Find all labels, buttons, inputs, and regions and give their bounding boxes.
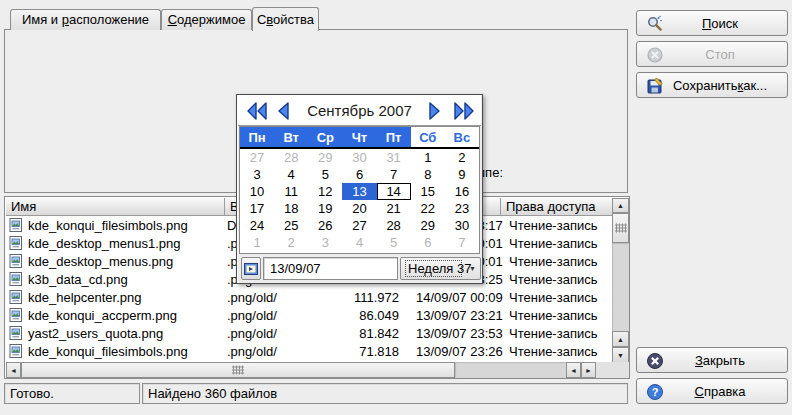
calendar-day[interactable]: 29 (308, 149, 342, 166)
calendar-day[interactable]: 28 (274, 149, 308, 166)
file-permissions: Чтение-запись (501, 326, 612, 341)
scroll-down-icon[interactable]: ▼ (612, 347, 629, 363)
calendar-day[interactable]: 24 (240, 217, 274, 234)
table-row[interactable]: kde_konqui_accperm.png .png/old/ 86.049 … (6, 306, 612, 324)
previous-month-button[interactable] (273, 99, 293, 122)
calendar-day[interactable]: 2 (445, 149, 479, 166)
calendar-day[interactable]: 15 (411, 183, 445, 200)
calendar-day[interactable]: 18 (274, 200, 308, 217)
previous-year-button[interactable] (243, 99, 271, 122)
image-file-icon (9, 254, 23, 268)
calendar-day[interactable]: 20 (342, 200, 376, 217)
calendar-day[interactable]: 6 (342, 166, 376, 183)
scroll-up-icon[interactable]: ▲ (612, 198, 629, 213)
calendar-day[interactable]: 23 (445, 200, 479, 217)
tab-name-location[interactable]: Имя и расположение (10, 9, 161, 30)
calendar-day[interactable]: 8 (411, 166, 445, 183)
file-directory: .png/old/ (225, 290, 331, 305)
next-year-button[interactable] (450, 99, 478, 122)
week-selector-combo[interactable]: Неделя 37 ▼ (400, 257, 481, 280)
calendar-day[interactable]: 30 (342, 149, 376, 166)
calendar-day[interactable]: 7 (445, 234, 479, 251)
stop-button[interactable]: Стоп (636, 41, 788, 67)
calendar-day[interactable]: 10 (240, 183, 274, 200)
close-button[interactable]: Закрыть (636, 347, 788, 373)
status-message: Готово. (4, 383, 140, 404)
calendar-day[interactable]: 1 (240, 234, 274, 251)
next-month-button[interactable] (425, 99, 445, 122)
calendar-grid-frame: ПнВтСрЧтПтСбВс 2728293031123456789101112… (239, 126, 480, 254)
calendar-day[interactable]: 6 (411, 234, 445, 251)
calendar-day[interactable]: 2 (274, 234, 308, 251)
stop-button-label: Стоп (661, 42, 779, 66)
calendar-day[interactable]: 29 (411, 217, 445, 234)
calendar-day[interactable]: 26 (308, 217, 342, 234)
horizontal-scroll-track[interactable] (455, 362, 566, 378)
date-picker-popup: Сентябрь 2007 ПнВтСрЧтПтСбВс 27282930311… (236, 94, 483, 284)
calendar-day[interactable]: 5 (308, 166, 342, 183)
close-button-label: Закрыть (661, 348, 779, 372)
calendar-day[interactable]: 12 (308, 183, 342, 200)
day-header: Пт (377, 127, 411, 147)
double-right-arrow-icon (452, 101, 476, 121)
calendar-day[interactable]: 30 (445, 217, 479, 234)
calendar-day[interactable]: 9 (445, 166, 479, 183)
week-value: Неделя 37 (405, 260, 462, 277)
calendar-day[interactable]: 1 (411, 149, 445, 166)
calendar-day[interactable]: 22 (411, 200, 445, 217)
calendar-day[interactable]: 21 (377, 200, 411, 217)
calendar-day[interactable]: 5 (377, 234, 411, 251)
day-header: Сб (411, 127, 445, 147)
file-name-cell: kde_desktop_menus.png (6, 254, 225, 269)
calendar-day[interactable]: 14 (377, 183, 411, 200)
save-as-button[interactable]: Сохранить как... (636, 72, 788, 98)
vertical-scrollbar[interactable]: ▲ ▲ ▼ (612, 198, 629, 363)
calendar-day[interactable]: 4 (342, 234, 376, 251)
tab-properties[interactable]: Свойства (252, 7, 319, 31)
table-row[interactable]: kde_helpcenter.png .png/old/ 111.972 14/… (6, 288, 612, 306)
calendar-day[interactable]: 11 (274, 183, 308, 200)
file-permissions: Чтение-запись (501, 218, 612, 233)
table-row[interactable]: yast2_users_quota.png .png/old/ 81.842 1… (6, 324, 612, 342)
day-header: Пн (240, 127, 274, 147)
search-button-label: Поиск (661, 11, 779, 35)
vertical-scroll-track[interactable] (612, 243, 629, 331)
calendar-day[interactable]: 16 (445, 183, 479, 200)
scroll-right-icon[interactable]: ► (581, 362, 596, 378)
calendar-day[interactable]: 3 (240, 166, 274, 183)
help-button[interactable]: ? Справка (636, 378, 788, 404)
calendar-day[interactable]: 25 (274, 217, 308, 234)
calendar-day[interactable]: 3 (308, 234, 342, 251)
calendar-day[interactable]: 4 (274, 166, 308, 183)
column-header-permissions[interactable]: Права доступа (501, 198, 612, 216)
table-row[interactable]: kde_konqui_filesimbols.png .png/old/ 71.… (6, 342, 612, 360)
calendar-day[interactable]: 27 (342, 217, 376, 234)
day-header: Ср (308, 127, 342, 147)
scroll-up2-icon[interactable]: ▲ (612, 331, 629, 347)
tab-contents[interactable]: Содержимое (161, 9, 252, 30)
calendar-date-input[interactable]: 13/09/07 (263, 257, 398, 280)
calendar-month-year-title[interactable]: Сентябрь 2007 (298, 96, 421, 125)
image-file-icon (9, 290, 23, 304)
calendar-day[interactable]: 13 (342, 183, 376, 200)
calendar-day[interactable]: 27 (240, 149, 274, 166)
scroll-left2-icon[interactable]: ◄ (566, 362, 581, 378)
calendar-day[interactable]: 7 (377, 166, 411, 183)
select-date-icon (244, 263, 258, 275)
horizontal-scrollbar[interactable]: ◄ ◄ ► (6, 362, 596, 378)
scroll-left-icon[interactable]: ◄ (6, 362, 21, 378)
file-name-cell: kde_konqui_filesimbols.png (6, 344, 225, 359)
calendar-day[interactable]: 31 (377, 149, 411, 166)
file-date: 14/09/07 00:09 (413, 290, 501, 305)
calendar-day[interactable]: 19 (308, 200, 342, 217)
day-header: Вт (274, 127, 308, 147)
calendar-day[interactable]: 28 (377, 217, 411, 234)
select-date-button[interactable] (241, 257, 261, 280)
file-name: kde_helpcenter.png (28, 290, 141, 305)
horizontal-scroll-thumb[interactable] (21, 362, 455, 378)
column-header-name[interactable]: Имя (6, 198, 225, 216)
vertical-scroll-thumb[interactable] (612, 213, 629, 243)
calendar-day[interactable]: 17 (240, 200, 274, 217)
search-button[interactable]: Поиск (636, 10, 788, 36)
calendar-day-headers: ПнВтСрЧтПтСбВс (240, 127, 479, 149)
